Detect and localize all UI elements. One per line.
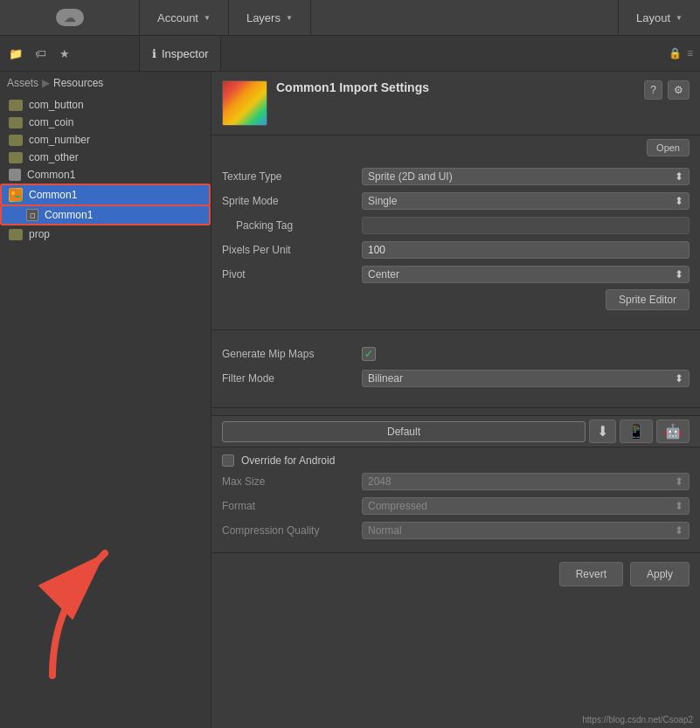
- texture-type-value: Sprite (2D and UI): [368, 170, 453, 183]
- compression-quality-control: Normal ⬍: [362, 522, 690, 539]
- texture-type-label: Texture Type: [222, 170, 362, 183]
- packing-tag-label: Packing Tag: [222, 219, 362, 232]
- second-bar-left: 📁 🏷 ★: [0, 36, 140, 71]
- texture-type-section: Texture Type Sprite (2D and UI) ⬍ Sprite…: [211, 160, 700, 322]
- folder-icon: [9, 117, 23, 128]
- sidebar-header: Assets ▶ Resources: [0, 72, 211, 94]
- list-item-selected[interactable]: Common1: [0, 184, 211, 206]
- sprite-icon: [9, 188, 23, 202]
- max-size-label: Max Size: [222, 475, 362, 488]
- item-label: prop: [29, 228, 50, 240]
- list-item[interactable]: com_other: [0, 149, 211, 166]
- sprite-mode-select[interactable]: Single ⬍: [362, 192, 690, 210]
- filter-mode-select[interactable]: Bilinear ⬍: [362, 370, 690, 387]
- gear-icon-btn[interactable]: ⚙: [668, 80, 690, 100]
- generate-mip-maps-label: Generate Mip Maps: [222, 348, 362, 360]
- filter-mode-label: Filter Mode: [222, 372, 362, 385]
- platform-tabs: Default ⬇ 📱 🤖: [211, 415, 700, 447]
- second-bar-right: 🔒 ≡: [662, 36, 700, 71]
- platform-tab-default[interactable]: Default: [222, 421, 586, 442]
- filter-mode-row: Filter Mode Bilinear ⬍: [222, 369, 690, 388]
- divider-1: [211, 329, 700, 330]
- layers-button[interactable]: Layers ▼: [229, 0, 311, 35]
- platform-tab-download[interactable]: ⬇: [589, 419, 616, 443]
- texture-type-control: Sprite (2D and UI) ⬍: [362, 168, 690, 185]
- sprite-mode-arrow: ⬍: [675, 195, 683, 207]
- pivot-row: Pivot Center ⬍: [222, 265, 690, 284]
- menu-icon: ≡: [687, 47, 693, 59]
- generate-mip-maps-control: ✓: [362, 347, 690, 361]
- pivot-label: Pivot: [222, 268, 362, 281]
- breadcrumb-root: Assets: [7, 77, 38, 89]
- sprite-mode-label: Sprite Mode: [222, 195, 362, 207]
- apply-button[interactable]: Apply: [630, 562, 690, 586]
- max-size-control: 2048 ⬍: [362, 473, 690, 490]
- account-button[interactable]: Account ▼: [140, 0, 229, 35]
- sprite-mode-row: Sprite Mode Single ⬍: [222, 191, 690, 211]
- list-item-child[interactable]: ◻ Common1: [0, 205, 211, 225]
- folder-icon: [9, 152, 23, 163]
- list-item[interactable]: com_number: [0, 131, 211, 149]
- compression-quality-arrow: ⬍: [675, 524, 683, 537]
- list-item[interactable]: com_coin: [0, 114, 211, 131]
- android-icon: 🤖: [664, 424, 682, 439]
- list-item[interactable]: com_button: [0, 96, 211, 114]
- texture-type-row: Texture Type Sprite (2D and UI) ⬍: [222, 167, 690, 186]
- platform-tab-mobile[interactable]: 📱: [620, 419, 653, 443]
- inspector-tab[interactable]: ℹ Inspector: [140, 36, 221, 71]
- filter-mode-value: Bilinear: [368, 372, 403, 385]
- pivot-control: Center ⬍: [362, 266, 690, 283]
- max-size-row: Max Size 2048 ⬍: [222, 472, 690, 491]
- lock-icon: 🔒: [669, 47, 682, 59]
- list-item[interactable]: Common1: [0, 166, 211, 184]
- max-size-value: 2048: [368, 475, 392, 488]
- format-row: Format Compressed ⬍: [222, 496, 690, 516]
- breadcrumb-arrow-icon: ▶: [42, 77, 50, 89]
- item-label: Common1: [29, 189, 77, 201]
- compression-quality-select[interactable]: Normal ⬍: [362, 522, 690, 539]
- file-icon: [9, 169, 21, 181]
- revert-button[interactable]: Revert: [559, 562, 623, 586]
- texture-type-select[interactable]: Sprite (2D and UI) ⬍: [362, 168, 690, 185]
- folder-icon: [9, 100, 23, 111]
- layers-label: Layers: [246, 11, 281, 24]
- item-label: com_button: [29, 99, 84, 111]
- inspector-info-icon: ℹ: [152, 47, 156, 60]
- compression-quality-value: Normal: [368, 524, 402, 537]
- override-android-row: Override for Android: [222, 454, 690, 467]
- sprite-editor-row: Sprite Editor: [222, 289, 690, 310]
- sprite-editor-button[interactable]: Sprite Editor: [606, 289, 690, 310]
- folder-icon-btn[interactable]: 📁: [5, 43, 26, 64]
- help-icon-btn[interactable]: ?: [644, 80, 662, 100]
- platform-tab-android[interactable]: 🤖: [656, 419, 690, 443]
- inspector-title: Common1 Import Settings: [276, 80, 635, 94]
- star-icon-btn[interactable]: ★: [54, 43, 75, 64]
- format-arrow: ⬍: [675, 500, 683, 512]
- layout-dropdown-arrow: ▼: [676, 14, 683, 22]
- tag-icon-btn[interactable]: 🏷: [30, 43, 51, 64]
- open-button[interactable]: Open: [647, 139, 690, 156]
- filter-mode-control: Bilinear ⬍: [362, 370, 690, 387]
- svg-point-1: [11, 191, 15, 195]
- list-item[interactable]: prop: [0, 225, 211, 243]
- generate-mip-maps-row: Generate Mip Maps ✓: [222, 344, 690, 364]
- sprite-editor-control: Sprite Editor: [362, 289, 690, 310]
- pivot-select[interactable]: Center ⬍: [362, 266, 690, 283]
- generate-mip-maps-checkbox[interactable]: ✓: [362, 347, 376, 361]
- pixels-per-unit-input[interactable]: 100: [362, 241, 690, 259]
- layout-button[interactable]: Layout ▼: [618, 0, 700, 35]
- inspector-header: Common1 Import Settings ? ⚙: [211, 72, 700, 135]
- override-android-checkbox[interactable]: [222, 454, 234, 467]
- mobile-icon: 📱: [627, 424, 645, 439]
- pivot-arrow: ⬍: [675, 268, 683, 281]
- packing-tag-input[interactable]: [362, 217, 690, 234]
- sprite-mode-value: Single: [368, 195, 397, 207]
- item-label: com_number: [29, 134, 90, 146]
- max-size-select[interactable]: 2048 ⬍: [362, 473, 690, 490]
- texture-type-arrow: ⬍: [675, 170, 683, 183]
- format-value: Compressed: [368, 500, 427, 512]
- svg-rect-0: [10, 189, 22, 201]
- account-dropdown-arrow: ▼: [204, 14, 211, 22]
- pixels-per-unit-control: 100: [362, 241, 690, 259]
- format-select[interactable]: Compressed ⬍: [362, 497, 690, 515]
